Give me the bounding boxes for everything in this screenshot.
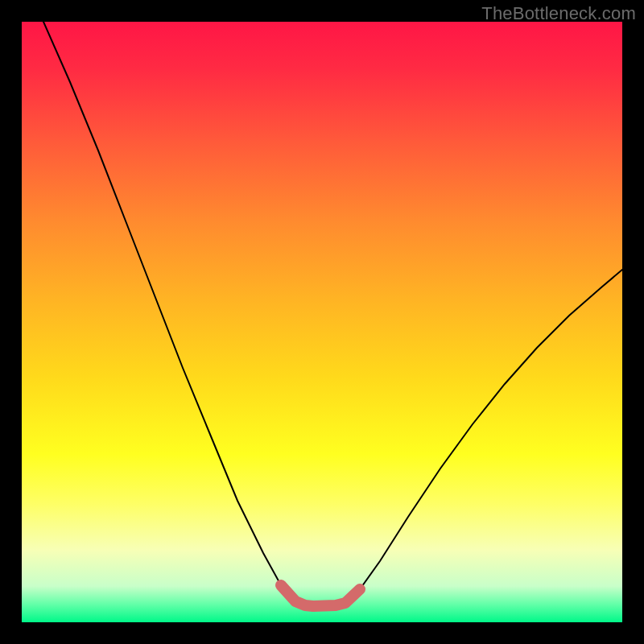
curve-layer bbox=[22, 22, 622, 622]
highlight-zone bbox=[281, 585, 360, 606]
plot-area bbox=[22, 22, 622, 622]
chart-frame: TheBottleneck.com bbox=[0, 0, 644, 644]
bottleneck-curve bbox=[43, 22, 622, 606]
